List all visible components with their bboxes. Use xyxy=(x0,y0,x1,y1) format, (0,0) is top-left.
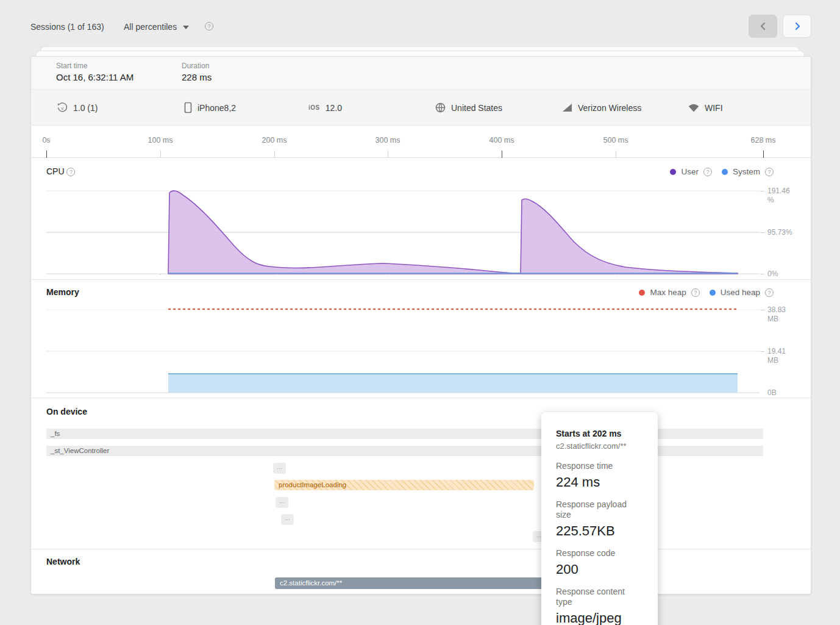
memory-section-title: Memory xyxy=(46,287,79,297)
response-code-value: 200 xyxy=(556,562,643,577)
timeline-tick-label: 100 ms xyxy=(139,136,182,145)
chevron-left-icon xyxy=(760,22,767,30)
timeline-tick xyxy=(502,151,502,158)
country-item: United States xyxy=(435,90,502,126)
timeline-tick xyxy=(160,151,161,158)
start-time-value: Oct 16, 6:32:11 AM xyxy=(56,71,133,84)
app-version-value: 1.0 (1) xyxy=(73,103,98,113)
cpu-axis-zero-label: 0% xyxy=(767,270,778,279)
cpu-section: CPU ? User ? System ? 191.46 % 95 xyxy=(31,158,811,280)
session-detail-page: Sessions (1 of 163) All percentiles ? St… xyxy=(0,0,840,625)
device-info-row: v 1.0 (1) iPhone8,2 iOS 12.0 United Stat… xyxy=(31,90,811,126)
memory-section: Memory Max heap ? Used heap ? 38.83 MB 1 xyxy=(31,280,811,398)
used-heap-series xyxy=(168,374,738,393)
timeline-tick-label: 0s xyxy=(25,136,68,145)
trace-ellipsis-chip[interactable]: ... xyxy=(281,514,294,525)
start-time: Start time Oct 16, 6:32:11 AM xyxy=(56,61,133,84)
on-device-title: On device xyxy=(46,407,87,416)
system-legend-dot xyxy=(722,169,728,175)
used-heap-legend-dot xyxy=(710,290,716,296)
timeline-tick xyxy=(616,151,616,158)
duration-value: 228 ms xyxy=(182,71,212,84)
timeline-tick xyxy=(763,151,764,158)
response-content-type-label: Response content type xyxy=(556,587,643,607)
max-heap-legend-dot xyxy=(639,290,645,296)
app-version-item: v 1.0 (1) xyxy=(57,90,98,126)
response-code-label: Response code xyxy=(556,548,643,559)
timeline-tick-label: 200 ms xyxy=(253,136,296,145)
response-time-label: Response time xyxy=(556,461,643,471)
phone-icon xyxy=(184,102,192,113)
percentiles-dropdown[interactable]: All percentiles xyxy=(124,22,189,32)
chevron-right-icon xyxy=(794,22,801,30)
network-section: Network c2.staticflickr.com/** xyxy=(31,549,811,595)
carrier-item: Verizon Wireless xyxy=(562,90,641,126)
cpu-legend: User ? System ? xyxy=(670,167,774,176)
network-title: Network xyxy=(46,557,80,566)
trace-bar-product-image-loading[interactable]: productImageLoading xyxy=(274,480,534,490)
device-model-item: iPhone8,2 xyxy=(184,90,236,126)
help-icon[interactable]: ? xyxy=(691,288,700,297)
timeline-tick-label: 300 ms xyxy=(366,136,409,145)
timeline-tick xyxy=(388,151,388,158)
session-header: Start time Oct 16, 6:32:11 AM Duration 2… xyxy=(31,57,811,90)
network-request-bar[interactable]: c2.staticflickr.com/** xyxy=(275,577,546,589)
radio-value: WIFI xyxy=(705,103,723,113)
svg-text:v: v xyxy=(62,105,64,111)
sessions-count-label: Sessions (1 of 163) xyxy=(30,22,104,32)
memory-axis-zero-label: 0B xyxy=(767,388,777,398)
response-content-type-value: image/jpeg xyxy=(556,610,643,625)
duration: Duration 228 ms xyxy=(182,61,212,84)
timeline-axis[interactable]: 0s 100 ms 200 ms 300 ms 400 ms 500 ms 62… xyxy=(31,126,811,158)
on-device-section: On device _fs _st_ViewController ... pro… xyxy=(31,398,811,549)
device-model-value: iPhone8,2 xyxy=(198,103,236,113)
wifi-icon xyxy=(688,104,699,112)
timeline-tick-label: 628 ms xyxy=(742,136,785,145)
memory-axis-mid-label: 19.41 MB xyxy=(767,347,786,365)
response-payload-label: Response payload size xyxy=(556,499,643,520)
help-icon[interactable]: ? xyxy=(703,168,712,176)
os-version-value: 12.0 xyxy=(326,103,342,113)
ios-icon: iOS xyxy=(308,104,320,111)
memory-chart[interactable] xyxy=(46,305,760,394)
trace-ellipsis-chip[interactable]: ... xyxy=(276,497,288,508)
help-icon[interactable]: ? xyxy=(66,168,75,176)
response-payload-value: 225.57KB xyxy=(556,523,643,538)
trace-ellipsis-chip[interactable]: ... xyxy=(273,463,286,474)
user-legend-label: User xyxy=(681,167,699,176)
session-card: Start time Oct 16, 6:32:11 AM Duration 2… xyxy=(30,56,811,595)
help-icon[interactable]: ? xyxy=(765,168,774,176)
tooltip-start-time: Starts at 202 ms xyxy=(556,428,643,439)
timeline-tick-label: 500 ms xyxy=(594,136,637,145)
cpu-axis-mid-label: 95.73% xyxy=(767,228,792,237)
user-legend-dot xyxy=(670,169,676,175)
system-legend-label: System xyxy=(733,167,760,176)
duration-label: Duration xyxy=(182,61,212,71)
memory-legend: Max heap ? Used heap ? xyxy=(639,288,774,297)
chevron-down-icon xyxy=(183,26,189,29)
signal-icon xyxy=(562,103,572,112)
percentiles-dropdown-label: All percentiles xyxy=(124,22,177,32)
start-time-label: Start time xyxy=(56,61,133,71)
help-icon[interactable]: ? xyxy=(205,22,213,30)
help-icon[interactable]: ? xyxy=(765,288,774,297)
cpu-section-title: CPU ? xyxy=(46,166,75,176)
network-request-tooltip: Starts at 202 ms c2.staticflickr.com/** … xyxy=(541,412,658,625)
country-value: United States xyxy=(451,103,502,113)
os-version-item: iOS 12.0 xyxy=(308,90,342,126)
next-session-button[interactable] xyxy=(783,15,811,38)
timeline-tick xyxy=(274,151,275,158)
memory-axis-max-label: 38.83 MB xyxy=(767,305,786,324)
tooltip-url: c2.staticflickr.com/** xyxy=(556,441,643,451)
carrier-value: Verizon Wireless xyxy=(578,103,641,113)
cpu-chart[interactable] xyxy=(46,187,760,275)
response-time-value: 224 ms xyxy=(556,474,643,490)
globe-icon xyxy=(435,102,446,113)
app-version-icon: v xyxy=(57,102,68,113)
max-heap-legend-label: Max heap xyxy=(650,288,686,297)
cpu-axis-max-label: 191.46 % xyxy=(767,187,790,205)
used-heap-legend-label: Used heap xyxy=(721,288,760,297)
previous-session-button[interactable] xyxy=(749,15,777,38)
radio-item: WIFI xyxy=(688,90,723,126)
timeline-tick-label: 400 ms xyxy=(480,136,523,145)
